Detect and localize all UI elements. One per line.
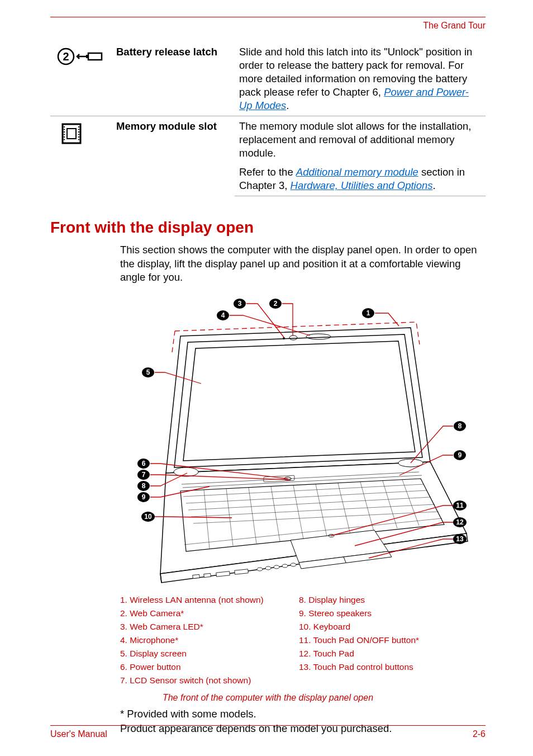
svg-point-24 — [282, 564, 288, 568]
footnote-asterisk: * Provided with some models. — [120, 707, 486, 721]
svg-text:10: 10 — [144, 513, 152, 521]
figure-caption: The front of the computer with the displ… — [50, 693, 486, 703]
definition-table: 2 Battery release latch Slide and hold t… — [50, 42, 486, 196]
intro-paragraph: This section shows the computer with the… — [120, 243, 486, 284]
svg-text:5: 5 — [146, 368, 150, 376]
desc-memory-slot-b: Refer to the Additional memory module se… — [235, 162, 486, 196]
svg-point-9 — [283, 337, 285, 339]
header-section: The Grand Tour — [50, 21, 486, 31]
svg-text:8: 8 — [142, 482, 146, 490]
svg-text:11: 11 — [456, 502, 464, 509]
svg-text:3: 3 — [238, 300, 242, 308]
footer-left: User's Manual — [50, 729, 107, 739]
svg-point-23 — [274, 565, 279, 569]
svg-text:6: 6 — [142, 460, 146, 467]
svg-point-21 — [257, 568, 263, 571]
svg-text:9: 9 — [142, 493, 146, 501]
svg-rect-2 — [88, 53, 102, 60]
desc-battery-latch: Slide and hold this latch into its "Unlo… — [235, 42, 486, 116]
svg-text:1: 1 — [367, 309, 370, 317]
svg-text:8: 8 — [458, 422, 462, 430]
memory-chip-icon — [55, 120, 107, 148]
svg-rect-3 — [86, 55, 88, 58]
callout-legend: 1. Wireless LAN antenna (not shown)8. Di… — [120, 593, 478, 687]
svg-text:4: 4 — [221, 311, 225, 319]
svg-rect-4 — [63, 124, 80, 143]
svg-text:7: 7 — [142, 471, 146, 479]
laptop-diagram: 1 2 3 4 5 6 7 8 8 9 9 10 11 12 13 — [120, 294, 478, 588]
link-hardware-utilities[interactable]: Hardware, Utilities and Options — [291, 179, 433, 191]
section-heading: Front with the display open — [50, 219, 486, 237]
svg-rect-18 — [204, 573, 211, 577]
battery-latch-icon: 2 — [55, 45, 107, 68]
desc-memory-slot-a: The memory module slot allows for the in… — [235, 116, 486, 163]
term-battery-latch: Battery release latch — [112, 42, 235, 116]
svg-text:2: 2 — [63, 50, 69, 63]
footer-right: 2-6 — [473, 729, 486, 739]
svg-text:12: 12 — [456, 518, 464, 526]
link-additional-memory[interactable]: Additional memory module — [296, 166, 418, 178]
svg-text:13: 13 — [456, 535, 464, 543]
header-rule — [50, 17, 486, 17]
svg-rect-5 — [67, 129, 76, 139]
svg-point-25 — [291, 563, 296, 566]
page-footer: User's Manual 2-6 — [50, 725, 486, 739]
term-memory-slot: Memory module slot — [112, 116, 235, 196]
svg-text:2: 2 — [274, 300, 278, 308]
svg-point-22 — [265, 566, 271, 570]
svg-text:9: 9 — [458, 451, 462, 459]
svg-rect-17 — [193, 574, 200, 578]
